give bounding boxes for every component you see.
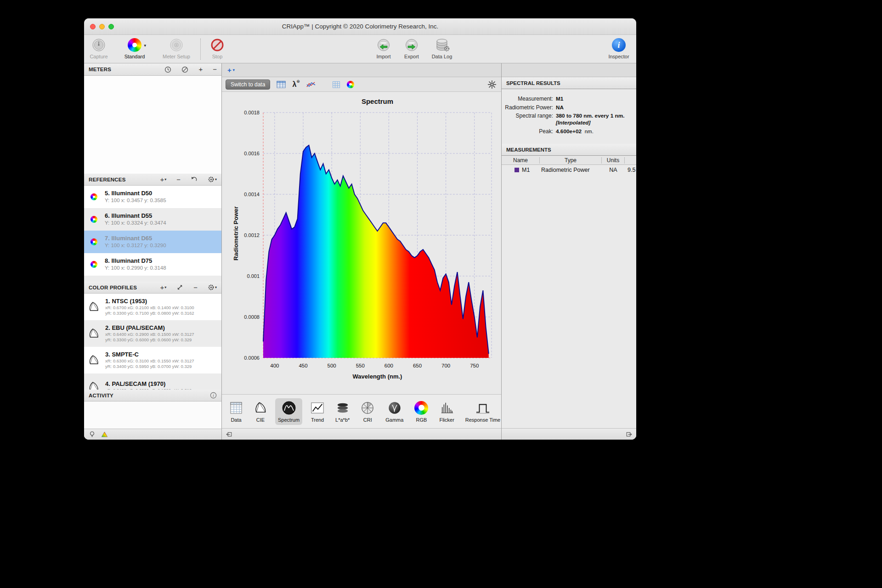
stop-icon bbox=[210, 38, 224, 52]
reference-item-d55[interactable]: 6. Illuminant D55Y: 100 x: 0.3324 y: 0.3… bbox=[84, 208, 221, 231]
export-button[interactable]: Export bbox=[397, 38, 426, 59]
table-view-icon[interactable] bbox=[277, 81, 286, 88]
spectral-results-header: SPECTRAL RESULTS bbox=[502, 77, 636, 89]
app-window: CRIApp™ | Copyright © 2020 Colorimetry R… bbox=[84, 18, 636, 440]
view-toolbar: Switch to data λ⊕ bbox=[222, 77, 501, 92]
references-header: REFERENCES +▾ − ▾ bbox=[84, 174, 221, 186]
profile-item-pal[interactable]: 4. PAL/SECAM (1970)xR: 0.6400 xG: 0.2900… bbox=[84, 373, 221, 390]
lightbulb-icon[interactable] bbox=[89, 431, 96, 438]
rgb-ring-icon bbox=[414, 401, 428, 415]
cri-pie-icon bbox=[361, 401, 374, 415]
profile-item-ntsc[interactable]: 1. NTSC (1953)xR: 0.6700 xG: 0.2100 xB: … bbox=[84, 294, 221, 320]
reference-item-d65-selected[interactable]: 7. Illuminant D65Y: 100 x: 0.3127 y: 0.3… bbox=[84, 231, 221, 253]
tab-lab[interactable]: L*a*b* bbox=[333, 398, 352, 425]
svg-text:650: 650 bbox=[413, 363, 422, 368]
svg-text:500: 500 bbox=[328, 363, 336, 368]
tab-response-time[interactable]: Response Time bbox=[463, 398, 503, 425]
color-wheel-icon bbox=[90, 193, 97, 200]
traffic-lights bbox=[90, 18, 114, 34]
detach-panel-icon[interactable] bbox=[226, 431, 232, 438]
peak-row: Peak: 4.600e+02 nm. bbox=[502, 128, 633, 135]
capture-button[interactable]: Capture bbox=[84, 38, 113, 59]
tab-flicker[interactable]: Flicker bbox=[436, 398, 457, 425]
add-reference-button[interactable]: +▾ bbox=[160, 176, 166, 183]
spectrum-chart: Spectrum Radiometric Power 0.00060.00080… bbox=[222, 92, 501, 394]
measurement-row-label: Measurement: M1 bbox=[502, 96, 633, 102]
grid-icon[interactable] bbox=[332, 81, 340, 88]
color-profiles-list: 1. NTSC (1953)xR: 0.6700 xG: 0.2100 xB: … bbox=[84, 294, 221, 390]
dropdown-caret-icon[interactable]: ▾ bbox=[144, 43, 146, 48]
standard-mode-button[interactable]: ▾ Standard bbox=[120, 38, 149, 59]
wavelength-lambda-icon[interactable]: λ⊕ bbox=[292, 81, 300, 88]
tab-rgb[interactable]: RGB bbox=[412, 398, 431, 425]
tab-cie[interactable]: CIE bbox=[251, 398, 270, 425]
minimize-button[interactable] bbox=[99, 24, 105, 29]
chart-title: Spectrum bbox=[263, 97, 492, 105]
meter-setup-button[interactable]: Meter Setup bbox=[160, 38, 192, 59]
trend-line-icon bbox=[311, 401, 324, 415]
add-view-button[interactable]: +▾ bbox=[227, 66, 235, 74]
gamut-triangle-icon[interactable] bbox=[101, 431, 108, 438]
color-profiles-header: COLOR PROFILES +▾ − ▾ bbox=[84, 282, 221, 294]
svg-text:0.0014: 0.0014 bbox=[244, 192, 260, 197]
activity-header: ACTIVITY i bbox=[84, 390, 221, 401]
profile-item-smpte[interactable]: 3. SMPTE-CxR: 0.6300 xG: 0.3100 xB: 0.15… bbox=[84, 347, 221, 373]
history-clock-icon[interactable] bbox=[164, 66, 171, 73]
y-axis-label: Radiometric Power bbox=[232, 206, 239, 260]
autoscale-burst-icon[interactable] bbox=[487, 80, 497, 89]
remove-reference-button[interactable]: − bbox=[176, 176, 181, 183]
detach-panel-icon[interactable] bbox=[626, 431, 633, 438]
add-profile-button[interactable]: +▾ bbox=[160, 284, 166, 291]
main-toolbar: Capture ▾ Standard Meter Setup Stop bbox=[84, 35, 636, 63]
caret-down-icon: ▾ bbox=[233, 68, 235, 72]
measurement-row[interactable]: M1 Radiometric Power NA 9.5 bbox=[502, 165, 636, 175]
gear-icon bbox=[208, 284, 215, 291]
color-wheel-icon[interactable] bbox=[347, 81, 354, 88]
tab-spectrum-selected[interactable]: Spectrum bbox=[275, 398, 302, 425]
lines-chart-icon[interactable] bbox=[306, 81, 316, 88]
references-settings-button[interactable]: ▾ bbox=[208, 176, 217, 183]
stop-button[interactable]: Stop bbox=[203, 38, 232, 59]
close-button[interactable] bbox=[90, 24, 96, 29]
reference-item-e[interactable]: 9. Illuminant E (Equal Energy) bbox=[84, 276, 221, 282]
reference-item-d75[interactable]: 8. Illuminant D75Y: 100 x: 0.2990 y: 0.3… bbox=[84, 253, 221, 276]
database-icon bbox=[434, 38, 450, 52]
import-icon bbox=[376, 38, 391, 52]
data-log-button[interactable]: Data Log bbox=[426, 38, 458, 59]
gamma-sphere-icon bbox=[388, 401, 401, 415]
tab-data[interactable]: Data bbox=[226, 398, 246, 425]
remove-profile-button[interactable]: − bbox=[193, 284, 198, 291]
remove-meter-button[interactable]: − bbox=[213, 66, 217, 73]
zoom-button[interactable] bbox=[108, 24, 114, 29]
measurements-header: MEASUREMENTS bbox=[502, 144, 636, 156]
right-status-bar bbox=[502, 428, 636, 440]
window-title: CRIApp™ | Copyright © 2020 Colorimetry R… bbox=[282, 23, 439, 30]
info-circle-icon[interactable]: i bbox=[210, 392, 217, 399]
activity-log bbox=[84, 401, 221, 429]
svg-text:550: 550 bbox=[356, 363, 365, 368]
svg-text:0.0006: 0.0006 bbox=[244, 355, 260, 361]
switch-to-data-button[interactable]: Switch to data bbox=[226, 79, 270, 90]
sidebar-status-bar bbox=[84, 429, 221, 440]
reference-item-d50[interactable]: 5. Illuminant D50Y: 100 x: 0.3457 y: 0.3… bbox=[84, 186, 221, 208]
import-button[interactable]: Import bbox=[369, 38, 398, 59]
profile-item-ebu[interactable]: 2. EBU (PAL/SECAM)xR: 0.6400 xG: 0.2900 … bbox=[84, 320, 221, 347]
expand-icon[interactable] bbox=[176, 284, 183, 291]
tab-cri[interactable]: CRI bbox=[358, 398, 377, 425]
color-wheel-icon bbox=[90, 216, 97, 223]
svg-text:i: i bbox=[213, 393, 215, 398]
svg-text:400: 400 bbox=[270, 363, 279, 368]
add-meter-button[interactable]: + bbox=[198, 66, 203, 73]
references-list: 5. Illuminant D50Y: 100 x: 0.3457 y: 0.3… bbox=[84, 186, 221, 282]
flicker-bars-icon bbox=[440, 401, 454, 415]
tab-gamma[interactable]: Gamma bbox=[383, 398, 406, 425]
gamut-icon bbox=[88, 301, 100, 312]
disconnect-icon[interactable] bbox=[181, 66, 188, 73]
tab-trend[interactable]: Trend bbox=[308, 398, 327, 425]
svg-text:0.0016: 0.0016 bbox=[244, 151, 260, 156]
svg-text:0.0012: 0.0012 bbox=[244, 232, 260, 238]
profiles-settings-button[interactable]: ▾ bbox=[208, 284, 217, 291]
inspector-button[interactable]: i Inspector bbox=[604, 38, 633, 59]
undo-icon[interactable] bbox=[191, 176, 198, 183]
svg-text:0.0018: 0.0018 bbox=[244, 110, 260, 115]
